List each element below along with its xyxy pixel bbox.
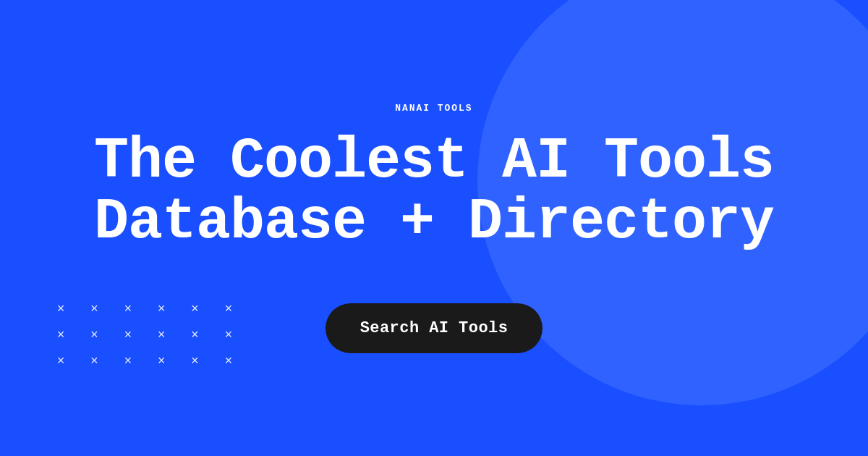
cross-icon-12: × xyxy=(218,329,239,342)
cross-icon-17: × xyxy=(184,355,205,368)
cross-icon-4: × xyxy=(151,303,171,316)
cross-icon-3: × xyxy=(118,303,138,316)
cross-icon-2: × xyxy=(84,303,104,316)
cross-icon-14: × xyxy=(84,355,104,368)
cross-icon-13: × xyxy=(51,355,71,368)
cross-icon-9: × xyxy=(118,329,138,342)
cross-icon-18: × xyxy=(218,355,239,368)
bottom-row: × × × × × × × × × × × × × × × × × × Sear… xyxy=(58,303,810,353)
cross-icon-5: × xyxy=(184,303,205,316)
cross-icon-16: × xyxy=(151,355,171,368)
cross-grid: × × × × × × × × × × × × × × × × × × xyxy=(51,303,239,368)
cross-icon-10: × xyxy=(151,329,171,342)
cross-icon-7: × xyxy=(51,329,71,342)
cross-icon-1: × xyxy=(51,303,71,316)
headline-line1: The Coolest AI Tools xyxy=(94,128,774,194)
cross-icon-8: × xyxy=(84,329,104,342)
search-ai-tools-button[interactable]: Search AI Tools xyxy=(326,303,543,353)
headline-line2: Database + Directory xyxy=(94,189,774,255)
cross-icon-6: × xyxy=(218,303,239,316)
main-content: NANAI TOOLS The Coolest AI Tools Databas… xyxy=(0,0,868,456)
cross-icon-15: × xyxy=(118,355,138,368)
headline: The Coolest AI Tools Database + Director… xyxy=(58,131,810,253)
cross-icon-11: × xyxy=(184,329,205,342)
brand-name: NANAI TOOLS xyxy=(58,103,810,114)
